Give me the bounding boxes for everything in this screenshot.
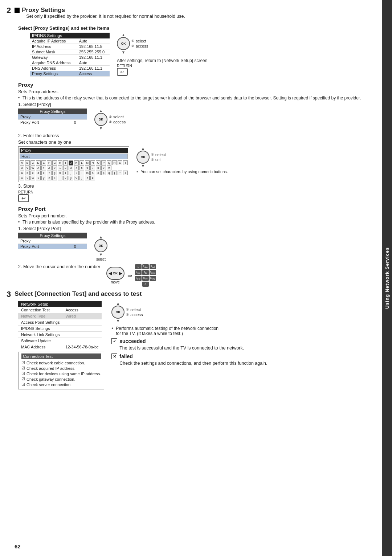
return-icon-store: ↩ xyxy=(18,194,29,202)
proxy-bullet: This is the address of the relay server … xyxy=(18,95,367,101)
proxy-desc: Sets Proxy address. xyxy=(18,89,367,94)
proxy-step2b: Set characters one by one xyxy=(18,140,367,145)
numeric-bullet: You can set characters by using numeric … xyxy=(136,169,228,174)
proxy-step1-controls: ▲ OK ▼ ①select ②access xyxy=(94,109,126,130)
section2-number: 2 xyxy=(7,7,11,15)
ok-button-conn: OK xyxy=(111,306,124,319)
select-control: ▲ OK ▼ ①select ②access xyxy=(117,33,207,54)
ok-button-proxy-port: OK xyxy=(94,239,107,252)
proxy-port-step1: 1. Select [Proxy Port] xyxy=(18,226,367,231)
proxy-port-subsection: Proxy Port Sets Proxy port number. This … xyxy=(18,206,367,287)
black-square-icon xyxy=(15,8,20,13)
proxy-keyboard-section: Proxy Host ABCDEFGHIJKLMNOPQRST UVWXYZ01… xyxy=(18,146,367,182)
proxy-keyboard: Proxy Host ABCDEFGHIJKLMNOPQRST UVWXYZ01… xyxy=(18,146,129,182)
proxy-keyboard-header: Proxy xyxy=(20,148,128,153)
section3-right: ▲ OK ▼ ①select ②access Performs automati… xyxy=(111,301,267,369)
proxy-port-controls: ▲ OK ▼ select xyxy=(94,233,107,261)
succeeded-label: succeeded xyxy=(119,338,146,344)
ip-dns-controls: ▲ OK ▼ ①select ②access After settin xyxy=(117,33,207,76)
section3-title: Select [Connection Test] and access to t… xyxy=(15,290,142,298)
numeric-pad: 1 2abc 3def 4ghi 5jkl 6mno 7pqr 8tuv 9wx… xyxy=(135,264,156,287)
section2-title: Proxy Settings xyxy=(15,7,185,14)
connection-test-box: Connection Test ☑Check network cable con… xyxy=(18,352,104,389)
ok-button: OK xyxy=(117,37,130,50)
proxy-port-bullet: This number is also specified by the pro… xyxy=(18,220,367,225)
side-tab: Using Network Services xyxy=(382,0,392,556)
ip-dns-section: IP/DNS Settings Acquire IP AddressAuto I… xyxy=(18,33,367,79)
connection-test-header: Connection Test xyxy=(21,353,101,359)
section3-number: 3 xyxy=(7,290,11,298)
failed-x-icon: ✕ xyxy=(111,353,117,359)
ip-dns-header: IP/DNS Settings xyxy=(30,33,110,38)
keyboard-controls: ▲ OK ▼ ①select ②set xyxy=(136,146,228,175)
proxy-subsection: Proxy Sets Proxy address. This is the ad… xyxy=(18,82,367,202)
ok-button-proxy: OK xyxy=(94,113,107,126)
proxy-port-settings-table: Proxy Settings Proxy Proxy Port0 xyxy=(18,233,87,249)
ip-dns-table: IP/DNS Settings Acquire IP AddressAuto I… xyxy=(30,33,110,77)
page-number: 62 xyxy=(15,543,21,549)
proxy-port-title: Proxy Port xyxy=(18,206,367,212)
succeeded-section: ✓ succeeded The test is successful and t… xyxy=(111,338,267,351)
proxy-port-step2-section: 2. Move the cursor and enter the number … xyxy=(18,264,367,287)
proxy-port-table-section: Proxy Settings Proxy Proxy Port0 ▲ OK ▼ … xyxy=(18,233,367,261)
failed-desc: Check the settings and connections, and … xyxy=(119,361,267,366)
proxy-port-desc: Sets Proxy port number. xyxy=(18,213,367,218)
proxy-title: Proxy xyxy=(18,82,367,88)
return-icon: ↩ xyxy=(117,68,128,76)
proxy-settings-table: Proxy Settings Proxy Proxy Port0 xyxy=(18,109,87,125)
proxy-host-field: Host xyxy=(20,154,128,159)
failed-section: ✕ failed Check the settings and connecti… xyxy=(111,353,267,366)
proxy-step1: 1. Select [Proxy] xyxy=(18,102,367,107)
proxy-step3: 3. Store xyxy=(18,184,367,189)
after-settings-note: After settings, return to [Network Setup… xyxy=(117,58,207,63)
failed-label: failed xyxy=(119,353,133,359)
succeeded-desc: The test is successful and the TV is con… xyxy=(119,346,267,351)
network-setup-table: Network Setup Connection TestAccess Netw… xyxy=(18,301,102,350)
conn-test-bullet: Performs automatic testing of the networ… xyxy=(111,326,220,336)
section2-header: 2 Proxy Settings Set only if specified b… xyxy=(7,7,367,23)
select-proxy-settings-label: Select [Proxy Settings] and set the item… xyxy=(18,25,367,31)
connection-test-section: Network Setup Connection TestAccess Netw… xyxy=(18,301,367,389)
lr-control: ◀ OK ▶ xyxy=(106,267,124,280)
proxy-table-section: Proxy Settings Proxy Proxy Port0 ▲ OK ▼ xyxy=(18,109,367,130)
section3-header: 3 Select [Connection Test] and access to… xyxy=(7,290,367,298)
succeeded-check-icon: ✓ xyxy=(111,338,117,344)
proxy-port-step2: 2. Move the cursor and enter the number xyxy=(18,264,101,269)
section2-desc: Set only if specified by the provider. I… xyxy=(26,14,185,19)
proxy-step2: 2. Enter the address xyxy=(18,133,367,138)
ok-button-keyboard: OK xyxy=(136,151,150,164)
